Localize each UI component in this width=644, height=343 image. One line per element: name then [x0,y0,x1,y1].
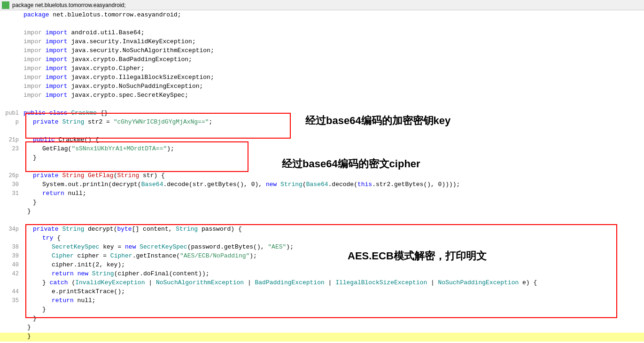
tab-bar: package net.bluelotus.tomorrow.easyandro… [0,0,644,10]
code-line-import7: impor import javax.crypto.NoSuchPaddingE… [0,83,644,92]
code-line-blank5 [0,217,644,226]
code-line-40: 40 cipher.init(2, key); [0,261,644,270]
code-line-import1: impor import android.util.Base64; [0,29,644,38]
code-line-45: 35 return null; [0,297,644,306]
code-line-23: 23 GetFlag("sSNnx1UKbYrA1+MOrdtDTA=="); [0,145,644,154]
code-line-close-constructor: } [0,154,644,163]
code-line-class: publ public class Crackme {} [0,109,644,118]
tab-title: package net.bluelotus.tomorrow.easyandro… [12,2,125,8]
code-line-import8: impor import javax.crypto.spec.SecretKey… [0,92,644,101]
code-line-close-getflag2: } [0,208,644,217]
code-line-blank3 [0,127,644,136]
code-line-import3: impor import java.security.NoSuchAlgorit… [0,47,644,56]
code-line-import5: impor import javax.crypto.Cipher; [0,65,644,74]
code-line-close-decrypt1: } [0,315,644,324]
code-line-38: 38 SecretKeySpec key = new SecretKeySpec… [0,243,644,252]
code-line-package: package net.bluelotus.tomorrow.easyandro… [0,11,644,20]
code-line-31: 31 return null; [0,190,644,199]
tab-indicator [2,1,9,9]
code-line-blank1 [0,20,644,29]
code-line-import6: impor import javax.crypto.IllegalBlockSi… [0,74,644,83]
code-line-close-getflag1: } [0,199,644,208]
code-line-30: 30 System.out.println(decrypt(Base64.dec… [0,181,644,190]
code-line-str2: p private String str2 = "cGhyYWNrICBjdGY… [0,118,644,127]
code-line-blank4 [0,163,644,172]
code-line-blank2 [0,101,644,109]
code-line-decrypt: 34p private String decrypt(byte[] conten… [0,226,644,234]
code-line-import2: impor import java.security.InvalidKeyExc… [0,38,644,47]
code-line-catch: } catch (InvalidKeyException | NoSuchAlg… [0,279,644,288]
code-line-constructor: 21p public Crackme() { [0,136,644,145]
code-line-last: } [0,333,644,342]
code-line-try: try { [0,234,644,243]
code-line-42: 42 return new String(cipher.doFinal(cont… [0,270,644,279]
code-line-39: 39 Cipher cipher = Cipher.getInstance("A… [0,252,644,261]
code-line-getflag: 26p private String GetFlag(String str) { [0,172,644,181]
code-line-import4: impor import javax.crypto.BadPaddingExce… [0,56,644,65]
code-line-close-decrypt2: } [0,324,644,333]
code-line-close-catch: } [0,306,644,315]
code-line-44: 44 e.printStackTrace(); [0,288,644,297]
code-editor: package net.bluelotus.tomorrow.easyandro… [0,0,644,343]
